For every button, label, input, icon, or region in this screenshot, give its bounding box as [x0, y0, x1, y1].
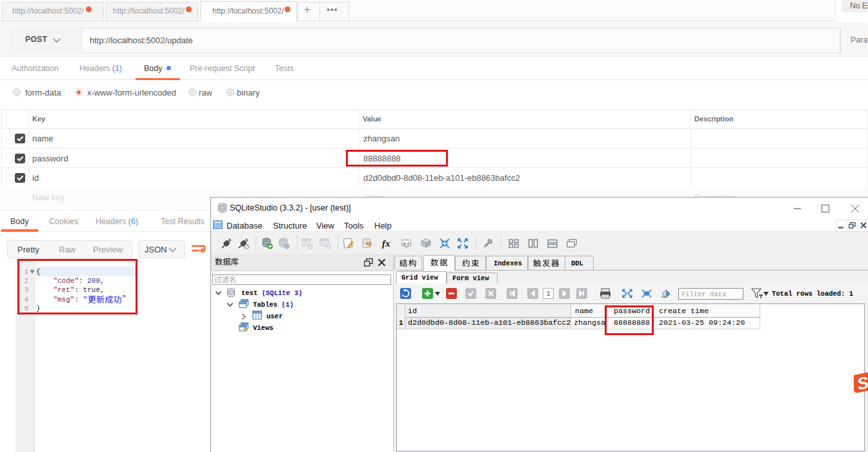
- svg-text:a·z: a·z: [403, 241, 410, 247]
- svg-text:fx: fx: [382, 238, 390, 249]
